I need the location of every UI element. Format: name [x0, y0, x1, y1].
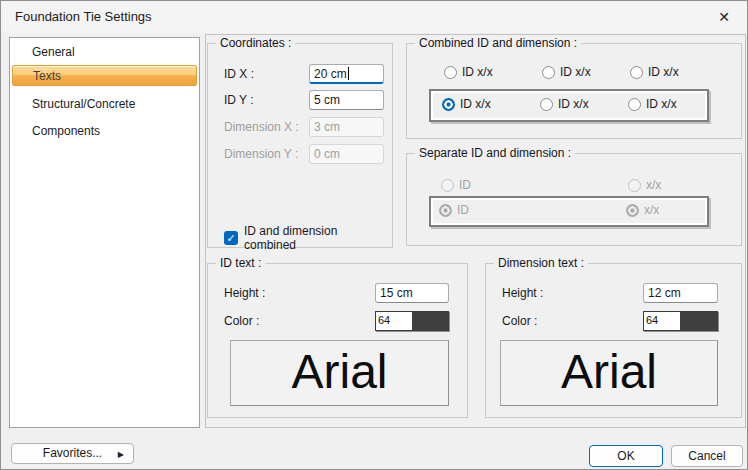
id-color-number: 64 [376, 312, 412, 330]
radio-label: ID x/x [460, 97, 491, 111]
id-text-group-title: ID text : [216, 256, 265, 271]
checkbox-check-icon: ✓ [224, 231, 238, 245]
id-color-picker[interactable]: 64 [375, 311, 449, 331]
sidebar-list: General Texts Structural/Concrete Compon… [9, 37, 200, 428]
combined-selected-row-box: ID x/x ID x/x ID x/x [429, 89, 709, 122]
dim-color-picker[interactable]: 64 [643, 311, 718, 331]
dim-height-input[interactable] [643, 283, 718, 303]
combined-group-title: Combined ID and dimension : [415, 36, 581, 51]
radio-separate-row2-id: ID [439, 202, 469, 218]
dim-color-label: Color : [502, 314, 537, 328]
dimension-y-input [309, 144, 384, 164]
text-caret [348, 67, 349, 80]
id-y-label: ID Y : [224, 93, 254, 107]
radio-combined-row2-col2[interactable]: ID x/x [540, 96, 589, 112]
close-button[interactable]: ✕ [701, 1, 747, 33]
separate-selected-row-box: ID x/x [429, 196, 709, 227]
radio-icon [630, 66, 643, 79]
radio-disabled-selected-icon [439, 204, 452, 217]
coordinates-group: Coordinates : ID X : 20 cm ID Y : Dimens… [207, 43, 393, 248]
favorites-button[interactable]: Favorites... ▶ [11, 443, 134, 464]
window-title: Foundation Tie Settings [15, 1, 152, 33]
dimension-text-group: Dimension text : Height : Color : 64 Ari… [485, 263, 742, 418]
id-color-swatch[interactable] [412, 312, 448, 330]
foundation-tie-settings-dialog: { "window": { "title": "Foundation Tie S… [0, 0, 748, 470]
radio-label: ID x/x [558, 97, 589, 111]
separate-group-title: Separate ID and dimension : [415, 146, 575, 161]
close-icon: ✕ [718, 9, 730, 25]
dim-color-swatch[interactable] [680, 312, 717, 330]
sidebar-item-texts[interactable]: Texts [12, 65, 197, 86]
dim-color-number: 64 [644, 312, 680, 330]
cancel-button[interactable]: Cancel [671, 445, 743, 467]
id-dimension-combined-checkbox[interactable]: ✓ ID and dimension combined [224, 224, 392, 252]
radio-label: x/x [646, 178, 661, 192]
radio-label: ID [457, 203, 469, 217]
radio-combined-row2-col1[interactable]: ID x/x [442, 96, 491, 112]
dimension-x-input [309, 117, 384, 137]
id-height-input[interactable] [375, 283, 449, 303]
id-x-input[interactable]: 20 cm [309, 64, 384, 84]
titlebar[interactable]: Foundation Tie Settings ✕ [1, 1, 747, 33]
radio-icon [444, 66, 457, 79]
radio-disabled-icon [441, 179, 454, 192]
radio-combined-row1-col2[interactable]: ID x/x [542, 64, 591, 80]
id-x-label: ID X : [224, 67, 254, 81]
sidebar-item-structural-concrete[interactable]: Structural/Concrete [10, 91, 197, 118]
id-color-label: Color : [224, 314, 259, 328]
radio-combined-row2-col3[interactable]: ID x/x [628, 96, 677, 112]
radio-combined-row1-col3[interactable]: ID x/x [630, 64, 679, 80]
dim-height-label: Height : [502, 286, 543, 300]
radio-icon [540, 98, 553, 111]
radio-label: ID x/x [560, 65, 591, 79]
ok-button[interactable]: OK [589, 445, 663, 467]
radio-label: ID x/x [648, 65, 679, 79]
sidebar-item-components[interactable]: Components [10, 118, 197, 145]
id-font-button[interactable]: Arial [230, 340, 449, 406]
radio-icon [542, 66, 555, 79]
favorites-arrow-icon: ▶ [118, 444, 124, 463]
sidebar-item-general[interactable]: General [10, 39, 197, 66]
radio-icon [628, 98, 641, 111]
id-x-value: 20 cm [314, 67, 347, 81]
radio-combined-row1-col1[interactable]: ID x/x [444, 64, 493, 80]
combined-id-dimension-group: Combined ID and dimension : ID x/x ID x/… [406, 43, 742, 139]
dimension-text-group-title: Dimension text : [494, 256, 588, 271]
favorites-label: Favorites... [43, 446, 102, 460]
radio-separate-row1-id: ID [441, 177, 471, 193]
dimension-y-label: Dimension Y : [224, 147, 298, 161]
id-height-label: Height : [224, 286, 265, 300]
radio-selected-icon [442, 98, 455, 111]
id-text-group: ID text : Height : Color : 64 Arial [207, 263, 468, 418]
radio-disabled-selected-icon [626, 204, 639, 217]
checkbox-label: ID and dimension combined [244, 224, 392, 252]
coordinates-group-title: Coordinates : [216, 36, 295, 51]
separate-id-dimension-group: Separate ID and dimension : ID x/x ID x/… [406, 153, 742, 246]
radio-separate-row1-xx: x/x [628, 177, 661, 193]
dimension-x-label: Dimension X : [224, 120, 299, 134]
radio-label: ID x/x [646, 97, 677, 111]
dim-font-button[interactable]: Arial [500, 340, 718, 406]
radio-label: x/x [644, 203, 659, 217]
radio-separate-row2-xx: x/x [626, 202, 659, 218]
radio-label: ID x/x [462, 65, 493, 79]
radio-label: ID [459, 178, 471, 192]
radio-disabled-icon [628, 179, 641, 192]
id-y-input[interactable] [309, 90, 384, 110]
